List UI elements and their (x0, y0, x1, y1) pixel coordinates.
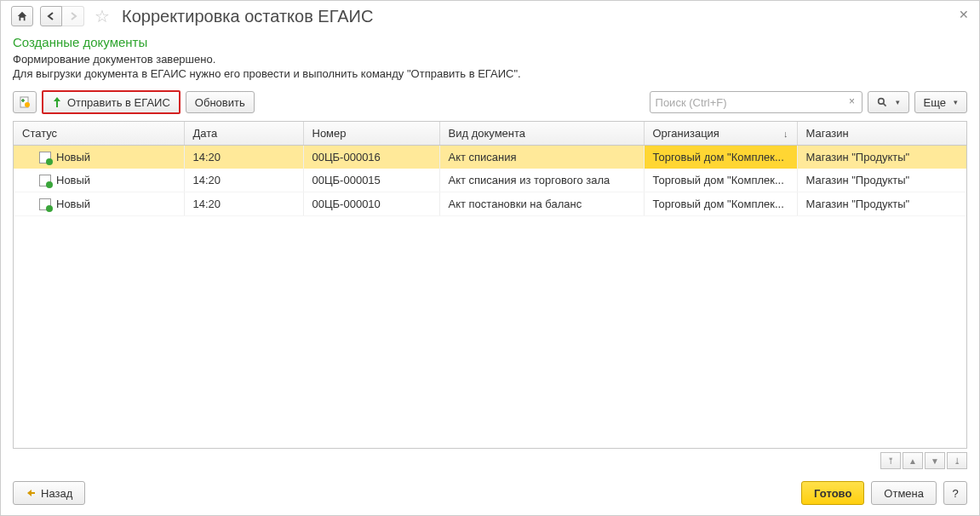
finish-label: Готово (814, 487, 851, 500)
back-label: Назад (41, 487, 72, 500)
chevron-down-icon: ▾ (954, 98, 958, 106)
col-status[interactable]: Статус (14, 122, 184, 146)
table-row[interactable]: Новый 14:20 00ЦБ-000010 Акт постановки н… (14, 192, 966, 216)
info-line-2: Для выгрузки документа в ЕГАИС нужно его… (13, 67, 967, 80)
cancel-button[interactable]: Отмена (871, 481, 937, 505)
refresh-label: Обновить (195, 96, 245, 109)
finish-button[interactable]: Готово (801, 481, 864, 505)
col-doc-type[interactable]: Вид документа (439, 122, 644, 146)
col-store[interactable]: Магазин (797, 122, 966, 146)
send-to-egais-label: Отправить в ЕГАИС (67, 96, 170, 109)
table-row[interactable]: Новый 14:20 00ЦБ-000015 Акт списания из … (14, 169, 966, 192)
cancel-label: Отмена (884, 487, 924, 500)
col-organization[interactable]: Организация↓ (644, 122, 797, 146)
table-row[interactable]: Новый 14:20 00ЦБ-000016 Акт списания Тор… (14, 146, 966, 169)
document-status-icon (39, 198, 51, 210)
col-number[interactable]: Номер (303, 122, 439, 146)
table-nav-last[interactable]: ⤓ (947, 452, 967, 469)
help-button[interactable]: ? (943, 481, 967, 505)
search-dropdown-button[interactable]: ▾ (868, 91, 909, 113)
table-nav-first[interactable]: ⤒ (880, 452, 901, 469)
sort-asc-icon: ↓ (783, 129, 788, 139)
table-nav-up[interactable]: ▲ (903, 452, 923, 469)
refresh-button[interactable]: Обновить (186, 91, 255, 113)
back-arrow-icon (26, 488, 36, 498)
documents-table: Статус Дата Номер Вид документа Организа… (13, 121, 967, 449)
search-clear-icon[interactable]: × (845, 95, 859, 108)
svg-point-2 (878, 98, 884, 104)
more-label: Еще (924, 96, 946, 109)
upload-arrow-icon (52, 96, 62, 108)
info-line-1: Формирование документов завершено. (13, 53, 967, 66)
chevron-down-icon: ▾ (896, 98, 900, 106)
page-title: Корректировка остатков ЕГАИС (122, 7, 373, 26)
search-input[interactable] (650, 91, 863, 113)
table-nav-down[interactable]: ▼ (925, 452, 945, 469)
help-label: ? (952, 487, 958, 500)
document-status-icon (39, 175, 51, 186)
favorite-star-icon[interactable]: ☆ (95, 6, 110, 26)
home-button[interactable] (11, 6, 33, 26)
table-header-row: Статус Дата Номер Вид документа Организа… (14, 122, 966, 146)
svg-point-1 (25, 102, 30, 107)
section-header: Созданные документы (13, 35, 967, 49)
back-button[interactable]: Назад (13, 481, 85, 505)
more-button[interactable]: Еще ▾ (914, 91, 967, 113)
document-status-icon (39, 152, 51, 163)
send-to-egais-button[interactable]: Отправить в ЕГАИС (42, 90, 181, 114)
nav-forward-button (62, 6, 84, 26)
close-icon[interactable]: ✕ (959, 8, 969, 21)
magnifier-icon (877, 97, 888, 108)
col-date[interactable]: Дата (184, 122, 303, 146)
new-document-button[interactable] (13, 91, 37, 113)
nav-back-button[interactable] (40, 6, 62, 26)
